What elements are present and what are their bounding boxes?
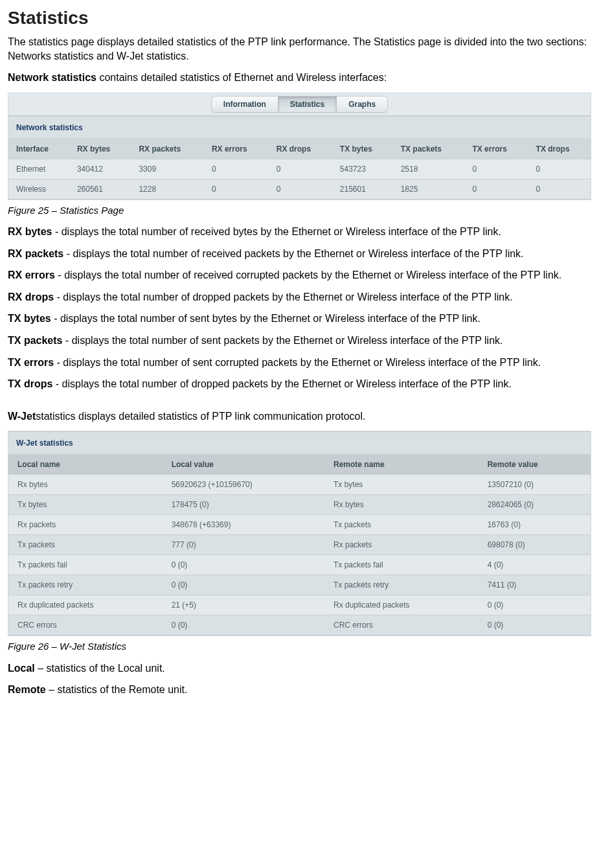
cell-rxd: 0 <box>269 179 332 199</box>
def-term: RX bytes <box>8 226 52 237</box>
network-stats-desc: contains detailed statistics of Ethernet… <box>96 72 387 83</box>
tab-graphs[interactable]: Graphs <box>337 96 388 113</box>
cell-rxd: 0 <box>269 159 332 179</box>
def-term: TX drops <box>8 378 52 389</box>
cell-rxb: 260561 <box>69 179 131 199</box>
cell-rv: 7411 (0) <box>479 575 591 595</box>
col-local-name: Local name <box>8 455 163 475</box>
def-rx-drops: RX drops - displays the total number of … <box>8 290 591 304</box>
def-desc: - displays the total number of dropped p… <box>52 378 512 389</box>
col-rx-errors: RX errors <box>204 139 269 159</box>
cell-ln: Tx packets fail <box>8 555 163 575</box>
cell-txe: 0 <box>464 179 528 199</box>
wjet-section-title: W-Jet statistics <box>8 431 591 455</box>
cell-rn: Tx bytes <box>324 475 479 495</box>
def-term: RX drops <box>8 291 54 303</box>
cell-lv: 178475 (0) <box>163 495 324 515</box>
cell-txe: 0 <box>464 159 528 179</box>
def-term: RX packets <box>8 248 63 259</box>
col-rx-drops: RX drops <box>269 139 332 159</box>
cell-ln: Tx packets <box>8 535 163 555</box>
def-term: RX errors <box>8 269 55 280</box>
def-tx-bytes: TX bytes - displays the total number of … <box>8 312 591 326</box>
tab-bar: Information Statistics Graphs <box>8 93 591 116</box>
cell-txd: 0 <box>528 159 591 179</box>
cell-iface: Ethernet <box>8 159 69 179</box>
cell-rn: Tx packets <box>324 515 479 535</box>
cell-rxp: 3309 <box>131 159 203 179</box>
wjet-stats-panel: W-Jet statistics Local name Local value … <box>8 431 591 636</box>
cell-rv: 0 (0) <box>479 615 591 635</box>
col-tx-packets: TX packets <box>393 139 465 159</box>
wjet-intro-desc: statistics displays detailed statistics … <box>36 411 365 422</box>
cell-ln: CRC errors <box>8 615 163 635</box>
cell-rxb: 340412 <box>69 159 131 179</box>
col-rx-bytes: RX bytes <box>69 139 131 159</box>
cell-rn: Tx packets fail <box>324 555 479 575</box>
cell-rv: 698078 (0) <box>479 535 591 555</box>
col-tx-drops: TX drops <box>528 139 591 159</box>
table-row: Tx bytes 178475 (0) Rx bytes 28624065 (0… <box>8 495 591 515</box>
col-remote-value: Remote value <box>479 455 591 475</box>
col-local-value: Local value <box>163 455 324 475</box>
tab-statistics[interactable]: Statistics <box>278 96 337 113</box>
cell-lv: 56920623 (+10159670) <box>163 475 324 495</box>
col-tx-errors: TX errors <box>464 139 528 159</box>
network-stats-panel: Information Statistics Graphs Network st… <box>8 93 591 200</box>
def-tx-packets: TX packets - displays the total number o… <box>8 334 591 348</box>
cell-lv: 0 (0) <box>163 555 324 575</box>
def-rx-packets: RX packets - displays the total number o… <box>8 247 591 261</box>
cell-lv: 348678 (+63369) <box>163 515 324 535</box>
cell-lv: 21 (+5) <box>163 595 324 615</box>
wjet-stats-table: Local name Local value Remote name Remot… <box>8 455 591 635</box>
def-rx-bytes: RX bytes - displays the total number of … <box>8 225 591 239</box>
cell-ln: Rx packets <box>8 515 163 535</box>
def-term: Remote <box>8 684 46 695</box>
cell-ln: Rx duplicated packets <box>8 595 163 615</box>
cell-txp: 1825 <box>393 179 465 199</box>
network-stats-intro: Network statistics contains detailed sta… <box>8 71 591 85</box>
col-interface: Interface <box>8 139 69 159</box>
cell-rxe: 0 <box>204 179 269 199</box>
cell-lv: 0 (0) <box>163 575 324 595</box>
table-row: Tx packets 777 (0) Rx packets 698078 (0) <box>8 535 591 555</box>
cell-rv: 4 (0) <box>479 555 591 575</box>
cell-rv: 28624065 (0) <box>479 495 591 515</box>
cell-rv: 13507210 (0) <box>479 475 591 495</box>
col-tx-bytes: TX bytes <box>332 139 393 159</box>
cell-rn: Rx duplicated packets <box>324 595 479 615</box>
def-remote: Remote – statistics of the Remote unit. <box>8 683 591 697</box>
cell-rn: Rx bytes <box>324 495 479 515</box>
table-header-row: Interface RX bytes RX packets RX errors … <box>8 139 591 159</box>
network-stats-table: Interface RX bytes RX packets RX errors … <box>8 139 591 200</box>
def-desc: – statistics of the Remote unit. <box>46 684 188 695</box>
cell-rxp: 1228 <box>131 179 203 199</box>
cell-lv: 777 (0) <box>163 535 324 555</box>
def-term: TX bytes <box>8 313 51 324</box>
col-rx-packets: RX packets <box>131 139 203 159</box>
cell-rn: Rx packets <box>324 535 479 555</box>
figure-26-caption: Figure 26 – W-Jet Statistics <box>8 640 591 653</box>
cell-txb: 543723 <box>332 159 393 179</box>
table-row: Rx duplicated packets 21 (+5) Rx duplica… <box>8 595 591 615</box>
table-row: Rx bytes 56920623 (+10159670) Tx bytes 1… <box>8 475 591 495</box>
table-row: Ethernet 340412 3309 0 0 543723 2518 0 0 <box>8 159 591 179</box>
page-title: Statistics <box>8 8 591 29</box>
table-row: Rx packets 348678 (+63369) Tx packets 16… <box>8 515 591 535</box>
def-desc: - displays the total number of dropped p… <box>54 291 513 303</box>
tab-information[interactable]: Information <box>211 96 278 113</box>
table-header-row: Local name Local value Remote name Remot… <box>8 455 591 475</box>
def-desc: - displays the total number of received … <box>55 269 561 280</box>
table-row: Tx packets retry 0 (0) Tx packets retry … <box>8 575 591 595</box>
table-row: CRC errors 0 (0) CRC errors 0 (0) <box>8 615 591 635</box>
cell-rv: 16763 (0) <box>479 515 591 535</box>
def-desc: - displays the total number of received … <box>63 248 523 259</box>
def-desc: - displays the total number of received … <box>52 226 501 237</box>
table-row: Tx packets fail 0 (0) Tx packets fail 4 … <box>8 555 591 575</box>
table-row: Wireless 260561 1228 0 0 215601 1825 0 0 <box>8 179 591 199</box>
cell-txp: 2518 <box>393 159 465 179</box>
wjet-intro: W-Jetstatistics displays detailed statis… <box>8 409 591 424</box>
def-desc: - displays the total number of sent corr… <box>54 357 541 368</box>
def-tx-errors: TX errors - displays the total number of… <box>8 356 591 370</box>
def-desc: – statistics of the Local unit. <box>35 663 165 674</box>
